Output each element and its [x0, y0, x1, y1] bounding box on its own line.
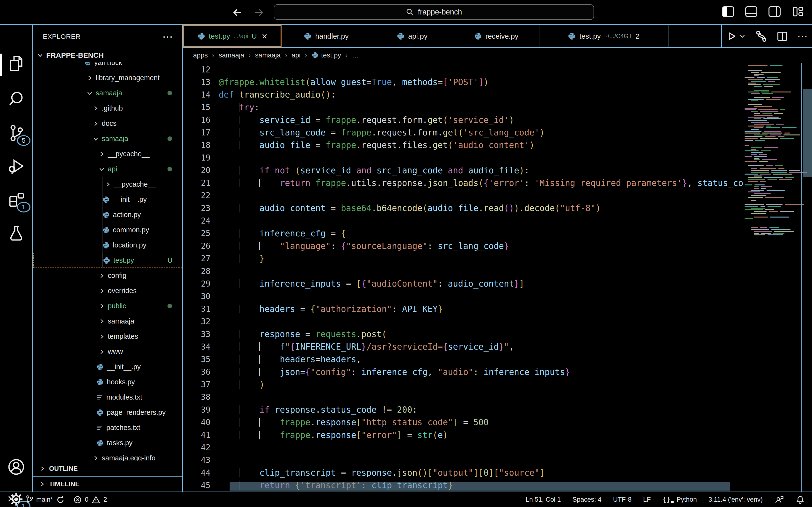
- horizontal-scrollbar[interactable]: [230, 483, 730, 491]
- tab-receive-py-3[interactable]: receive.py: [453, 25, 540, 47]
- tab-test-py-0[interactable]: test.py.../apiU×: [183, 25, 282, 47]
- tree-item-modules-txt[interactable]: modules.txt: [33, 390, 182, 405]
- code-line[interactable]: 14def transcribe_audio():: [183, 89, 812, 101]
- tree-item-patches-txt[interactable]: patches.txt: [33, 420, 182, 435]
- toggle-primary-sidebar-icon[interactable]: [720, 4, 736, 19]
- tree-item-samaaja-egg-info[interactable]: samaaja.egg-info: [33, 451, 182, 461]
- tree-root-frappe-bench[interactable]: FRAPPE-BENCH: [33, 48, 182, 62]
- tree-item-templates[interactable]: templates: [33, 329, 182, 344]
- code-line[interactable]: 39 if response.status_code != 200:: [183, 403, 812, 416]
- breadcrumb-item-samaaja[interactable]: samaaja: [219, 51, 244, 59]
- code-line[interactable]: 21 return frappe.utils.response.json_loa…: [183, 177, 812, 189]
- code-line[interactable]: 34 f"{INFERENCE_URL}/asr?serviceId={serv…: [183, 340, 812, 353]
- indentation[interactable]: Spaces: 4: [572, 496, 602, 503]
- breadcrumb-item--[interactable]: …: [352, 51, 359, 59]
- code-line[interactable]: 28: [183, 265, 812, 277]
- breadcrumb-item-apps[interactable]: apps: [193, 51, 208, 59]
- tree-item-www[interactable]: www: [33, 344, 182, 359]
- tree-item--github[interactable]: .github: [33, 101, 182, 116]
- encoding[interactable]: UTF-8: [613, 496, 632, 503]
- open-changes-icon[interactable]: [755, 30, 767, 42]
- problems-item[interactable]: 0 2: [73, 495, 107, 504]
- code-line[interactable]: 12: [183, 63, 812, 76]
- source-control-icon[interactable]: 5: [0, 124, 33, 143]
- tree-item-tasks-py[interactable]: tasks.py: [33, 435, 182, 451]
- code-line[interactable]: 30: [183, 290, 812, 302]
- code-line[interactable]: 18 audio_file = frappe.request.files.get…: [183, 139, 812, 151]
- tree-item-action-py[interactable]: action.py: [33, 207, 182, 222]
- timeline-section[interactable]: TIMELINE: [33, 476, 182, 492]
- code-line[interactable]: 22: [183, 189, 812, 202]
- forward-arrow-icon[interactable]: [252, 5, 266, 20]
- breadcrumb-item-test-py[interactable]: test.py: [311, 51, 341, 59]
- tree-item-hooks-py[interactable]: hooks.py: [33, 375, 182, 390]
- code-line[interactable]: 44 clip_transcript = response.json()["ou…: [183, 466, 812, 479]
- tree-item-samaaja[interactable]: samaaja: [33, 86, 182, 101]
- tree-item-samaaja[interactable]: samaaja: [33, 131, 182, 146]
- tree-item-samaaja[interactable]: samaaja: [33, 314, 182, 329]
- code-line[interactable]: 40 frappe.response["http_status_code"] =…: [183, 416, 812, 429]
- code-line[interactable]: 41 frappe.response["error"] = str(e): [183, 429, 812, 441]
- code-line[interactable]: 31 headers = {"authorization": API_KEY}: [183, 303, 812, 315]
- notifications-bell-icon[interactable]: [796, 495, 805, 505]
- code-line[interactable]: 16 service_id = frappe.request.form.get(…: [183, 114, 812, 126]
- outline-section[interactable]: OUTLINE: [33, 461, 182, 476]
- testing-icon[interactable]: [0, 224, 33, 242]
- code-line[interactable]: 32: [183, 315, 812, 328]
- code-line[interactable]: 38: [183, 391, 812, 403]
- tree-item-common-py[interactable]: common.py: [33, 222, 182, 237]
- code-line[interactable]: 37 ): [183, 378, 812, 391]
- run-debug-icon[interactable]: [0, 157, 33, 176]
- code-line[interactable]: 42: [183, 441, 812, 454]
- tree-item--init-py[interactable]: __init__.py: [33, 192, 182, 207]
- code-line[interactable]: 43: [183, 454, 812, 466]
- tree-item-api[interactable]: api: [33, 162, 182, 177]
- toggle-panel-icon[interactable]: [743, 4, 759, 19]
- code-editor[interactable]: 1213@frappe.whitelist(allow_guest=True, …: [183, 63, 812, 492]
- tree-item-test-py[interactable]: test.pyU: [33, 253, 182, 268]
- minimap[interactable]: [743, 64, 801, 281]
- code-line[interactable]: 36 json={"config": inference_cfg, "audio…: [183, 366, 812, 378]
- tree-item-page-renderers-py[interactable]: page_renderers.py: [33, 405, 182, 420]
- breadcrumb-item-samaaja[interactable]: samaaja: [255, 51, 281, 59]
- more-actions-icon[interactable]: ⋯: [797, 34, 808, 39]
- tree-item--pycache-[interactable]: __pycache__: [33, 146, 182, 162]
- tab-api-py-2[interactable]: api.py: [371, 25, 453, 47]
- back-arrow-icon[interactable]: [230, 5, 245, 20]
- python-interpreter[interactable]: 3.11.4 ('env': venv): [709, 496, 763, 503]
- code-line[interactable]: 33 response = requests.post(: [183, 328, 812, 340]
- split-editor-icon[interactable]: [776, 31, 788, 42]
- tab-handler-py-1[interactable]: handler.py: [282, 25, 371, 47]
- eol-sequence[interactable]: LF: [643, 496, 651, 503]
- tree-item-location-py[interactable]: location.py: [33, 237, 182, 253]
- command-center-search[interactable]: frappe-bench: [274, 4, 594, 20]
- code-line[interactable]: 15 try:: [183, 101, 812, 114]
- code-line[interactable]: 24: [183, 214, 812, 227]
- tree-item-yarn-lock[interactable]: yarn.lock: [33, 62, 182, 70]
- explorer-actions-icon[interactable]: ⋯: [162, 36, 173, 38]
- tree-item--pycache-[interactable]: __pycache__: [33, 177, 182, 192]
- account-icon[interactable]: [0, 458, 33, 476]
- cursor-position[interactable]: Ln 51, Col 1: [526, 496, 561, 503]
- code-line[interactable]: 35 headers=headers,: [183, 353, 812, 365]
- code-line[interactable]: 19: [183, 151, 812, 164]
- code-line[interactable]: 17 src_lang_code = frappe.request.form.g…: [183, 126, 812, 139]
- tree-item-docs[interactable]: docs: [33, 116, 182, 131]
- code-line[interactable]: 23 audio_content = base64.b64encode(audi…: [183, 202, 812, 214]
- tree-item-library-management[interactable]: library_management: [33, 70, 182, 86]
- search-icon[interactable]: [0, 90, 33, 108]
- tree-item-config[interactable]: config: [33, 268, 182, 283]
- tab-test-py-4[interactable]: test.py~/.../C4GT2: [540, 25, 668, 47]
- code-line[interactable]: 26 "language": {"sourceLanguage": src_la…: [183, 240, 812, 252]
- feedback-icon[interactable]: [774, 495, 784, 504]
- vertical-scrollbar[interactable]: [803, 89, 812, 177]
- run-button[interactable]: [726, 31, 746, 42]
- tree-item--init-py[interactable]: __init__.py: [33, 359, 182, 375]
- language-mode[interactable]: {} Python: [662, 496, 697, 504]
- close-icon[interactable]: ×: [262, 33, 267, 40]
- breadcrumb-item-api[interactable]: api: [292, 51, 300, 59]
- customize-layout-icon[interactable]: [790, 4, 806, 19]
- code-line[interactable]: 13@frappe.whitelist(allow_guest=True, me…: [183, 76, 812, 89]
- explorer-icon[interactable]: [0, 55, 33, 73]
- tree-item-overrides[interactable]: overrides: [33, 283, 182, 298]
